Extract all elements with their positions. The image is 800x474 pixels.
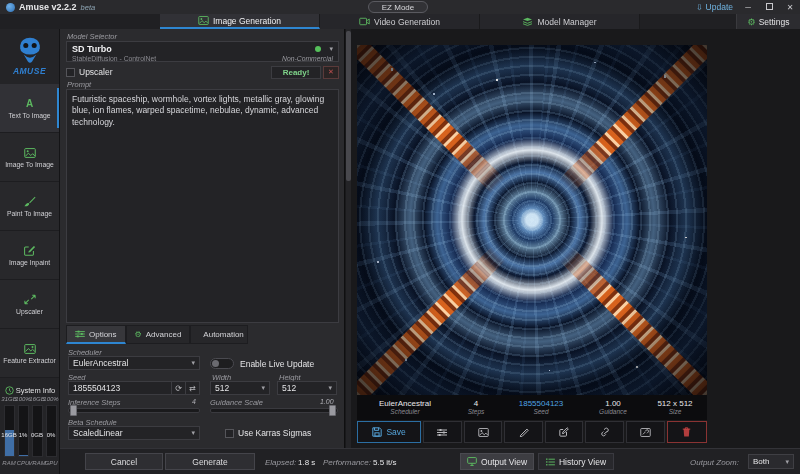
tab-image-generation[interactable]: Image Generation bbox=[160, 14, 320, 29]
upscaler-checkbox[interactable] bbox=[66, 68, 75, 77]
model-selector-dropdown[interactable]: SD Turbo ▾ StableDiffusion - ControlNet … bbox=[66, 41, 339, 62]
stat-value: 4 bbox=[474, 399, 478, 408]
amuse-logo-text: AMUSE bbox=[13, 66, 46, 76]
history-view-button[interactable]: History View bbox=[538, 453, 614, 470]
output-scrollbar[interactable] bbox=[346, 29, 351, 448]
system-info-panel: System Info 31GB 16GB RAM 100% 1% CPU 16… bbox=[0, 384, 60, 466]
copy-to-paint-button[interactable] bbox=[504, 421, 543, 443]
refresh-seed-icon[interactable]: ⟳ bbox=[171, 382, 185, 394]
elapsed-label: Elapsed: bbox=[265, 458, 296, 467]
tab-label: Automation bbox=[203, 330, 243, 339]
copy-seed-link-button[interactable] bbox=[585, 421, 624, 443]
seed-input-group: ⟳ ⇄ bbox=[68, 381, 200, 395]
karras-sigmas-label: Use Karras Sigmas bbox=[238, 428, 311, 438]
update-icon: ⇩ bbox=[696, 3, 703, 12]
sidebar-item-feature-extractor[interactable]: Feature Extractor bbox=[0, 329, 59, 378]
edit-square-icon bbox=[559, 427, 569, 437]
system-info-vram: 16GB 0GB VRAM bbox=[31, 396, 44, 466]
karras-sigmas-checkbox[interactable] bbox=[225, 429, 234, 438]
image-metadata-bar: EulerAncestral Scheduler 4 Steps 1855504… bbox=[357, 395, 707, 420]
output-area: EulerAncestral Scheduler 4 Steps 1855504… bbox=[345, 29, 800, 448]
sidebar: AMUSE A Text To Image Image To Image Pai… bbox=[0, 29, 60, 474]
delete-button[interactable] bbox=[667, 421, 707, 443]
height-select[interactable]: 512 ▾ bbox=[277, 381, 337, 395]
settings-label: Settings bbox=[759, 17, 790, 27]
sidebar-item-text-to-image[interactable]: A Text To Image bbox=[0, 84, 59, 133]
video-generation-icon bbox=[359, 17, 370, 26]
app-title: Amuse v2.2.2 bbox=[19, 2, 77, 12]
shuffle-seed-icon[interactable]: ⇄ bbox=[185, 382, 199, 394]
sidebar-item-upscaler[interactable]: Upscaler bbox=[0, 280, 59, 329]
save-button[interactable]: Save bbox=[357, 421, 421, 443]
ez-mode-button[interactable]: EZ Mode bbox=[368, 1, 428, 13]
tab-automation[interactable]: Automation bbox=[190, 325, 248, 344]
gears-icon: ⚙ bbox=[135, 330, 142, 339]
model-ready-badge[interactable]: Ready! bbox=[271, 66, 321, 79]
minimize-button[interactable]: ─ bbox=[742, 3, 754, 12]
elapsed-value: 1.8 s bbox=[298, 458, 315, 467]
inference-steps-value: 4 bbox=[192, 398, 196, 405]
seed-input[interactable] bbox=[69, 383, 171, 393]
inference-steps-slider[interactable] bbox=[68, 408, 200, 413]
system-info-icon bbox=[5, 386, 14, 395]
chevron-down-icon: ▾ bbox=[191, 359, 195, 367]
beta-tag: beta bbox=[81, 3, 96, 12]
copy-to-inpaint-button[interactable] bbox=[545, 421, 584, 443]
copy-to-image-to-image-button[interactable] bbox=[464, 421, 503, 443]
save-label: Save bbox=[386, 427, 405, 437]
model-unload-button[interactable]: ✕ bbox=[323, 66, 339, 79]
brush-icon bbox=[24, 196, 36, 208]
stat-scheduler: EulerAncestral Scheduler bbox=[357, 399, 453, 416]
sidebar-item-image-to-image[interactable]: Image To Image bbox=[0, 133, 59, 182]
scheduler-select[interactable]: EulerAncestral ▾ bbox=[68, 356, 200, 370]
prompt-input[interactable]: Futuristic spaceship, wormhole, vortex l… bbox=[72, 94, 333, 318]
stat-label: Size bbox=[669, 408, 682, 415]
ram-bar: 16GB bbox=[4, 405, 15, 457]
update-label: Update bbox=[706, 2, 733, 12]
live-update-toggle[interactable] bbox=[210, 358, 234, 369]
stat-value: EulerAncestral bbox=[379, 399, 431, 408]
settings-button[interactable]: ⚙ Settings bbox=[736, 14, 800, 29]
image-generation-icon bbox=[198, 16, 209, 25]
chevron-down-icon: ▾ bbox=[328, 384, 332, 392]
close-button[interactable]: ✕ bbox=[784, 3, 796, 12]
beta-schedule-select[interactable]: ScaledLinear ▾ bbox=[68, 426, 200, 440]
cancel-button[interactable]: Cancel bbox=[85, 453, 163, 470]
output-view-button[interactable]: Output View bbox=[460, 453, 534, 470]
gpu-value: 0% bbox=[47, 432, 56, 438]
generated-image[interactable] bbox=[357, 45, 707, 395]
sidebar-item-label: Feature Extractor bbox=[3, 357, 56, 364]
output-zoom-select[interactable]: Both ▾ bbox=[748, 454, 794, 469]
sliders-button[interactable] bbox=[423, 421, 462, 443]
tab-label: Video Generation bbox=[374, 17, 440, 27]
vram-bar: 0GB bbox=[32, 405, 43, 457]
save-icon bbox=[372, 427, 382, 437]
width-select[interactable]: 512 ▾ bbox=[210, 381, 270, 395]
model-manager-icon bbox=[522, 17, 533, 26]
output-view-label: Output View bbox=[481, 457, 527, 467]
seed-link[interactable]: 1855504123 bbox=[519, 399, 564, 408]
system-info-title: System Info bbox=[16, 386, 56, 395]
link-icon bbox=[600, 427, 610, 437]
maximize-icon bbox=[766, 3, 773, 10]
tab-advanced[interactable]: ⚙ Advanced bbox=[126, 325, 191, 344]
live-update-label: Enable Live Update bbox=[240, 359, 314, 369]
sliders-icon bbox=[75, 330, 85, 338]
generate-button[interactable]: Generate bbox=[165, 453, 255, 470]
tab-video-generation[interactable]: Video Generation bbox=[320, 14, 480, 29]
tab-model-manager[interactable]: Model Manager bbox=[480, 14, 640, 29]
performance-label: Performance: bbox=[323, 458, 371, 467]
status-bar: Cancel Generate Elapsed: 1.8 s Performan… bbox=[60, 448, 800, 474]
copy-to-upscaler-button[interactable] bbox=[626, 421, 665, 443]
model-license: Non-Commercial bbox=[282, 55, 333, 62]
tab-options[interactable]: Options bbox=[66, 325, 126, 344]
sidebar-item-image-inpaint[interactable]: Image Inpaint bbox=[0, 231, 59, 280]
maximize-button[interactable] bbox=[763, 3, 775, 12]
tab-label: Options bbox=[89, 330, 117, 339]
height-value: 512 bbox=[282, 383, 328, 393]
guidance-scale-slider[interactable] bbox=[210, 408, 338, 413]
update-button[interactable]: ⇩Update bbox=[696, 2, 733, 12]
image-icon bbox=[24, 147, 36, 159]
sidebar-item-paint-to-image[interactable]: Paint To Image bbox=[0, 182, 59, 231]
amuse-app-window: Amuse v2.2.2 beta EZ Mode ⇩Update ─ ✕ Im… bbox=[0, 0, 800, 474]
